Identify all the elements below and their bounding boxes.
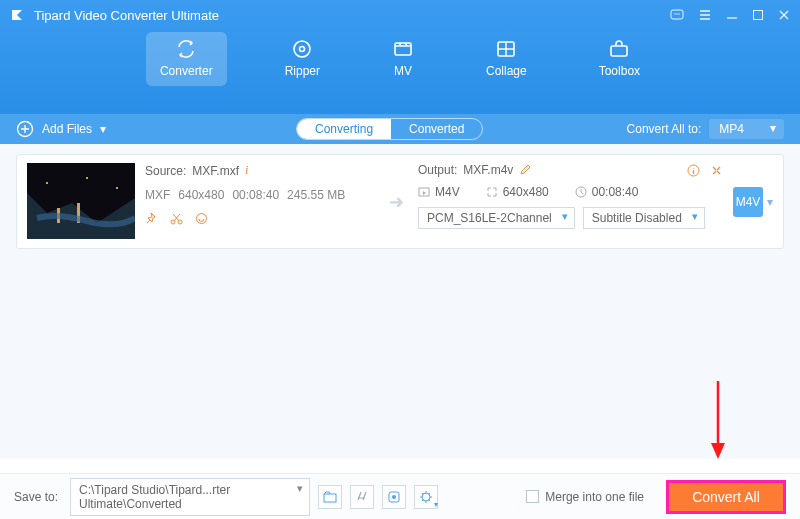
svg-point-20 bbox=[197, 214, 207, 224]
add-files-label: Add Files bbox=[42, 122, 92, 136]
app-logo-icon bbox=[10, 7, 26, 23]
tab-converter[interactable]: Converter bbox=[146, 32, 227, 86]
open-folder-button[interactable] bbox=[318, 485, 342, 509]
close-button[interactable] bbox=[778, 9, 790, 21]
tab-label: Ripper bbox=[285, 64, 320, 78]
compress-icon[interactable] bbox=[710, 164, 723, 177]
tab-label: Collage bbox=[486, 64, 527, 78]
svg-rect-4 bbox=[754, 11, 763, 20]
source-label: Source: bbox=[145, 164, 186, 178]
info-icon[interactable]: i bbox=[245, 163, 248, 178]
svg-point-14 bbox=[86, 177, 88, 179]
enhance-icon[interactable] bbox=[195, 212, 208, 225]
edit-icon[interactable] bbox=[519, 164, 531, 176]
arrow-icon: ➜ bbox=[389, 191, 404, 213]
svg-point-2 bbox=[676, 13, 677, 14]
convert-all-to-label: Convert All to: bbox=[627, 122, 702, 136]
svg-point-6 bbox=[300, 47, 305, 52]
tab-collage[interactable]: Collage bbox=[472, 32, 541, 86]
feedback-icon[interactable] bbox=[670, 8, 684, 22]
output-filename: MXF.m4v bbox=[463, 163, 513, 177]
converter-icon bbox=[175, 38, 197, 60]
source-meta: MXF640x48000:08:40245.55 MB bbox=[145, 188, 375, 202]
menu-icon[interactable] bbox=[698, 8, 712, 22]
pin-icon[interactable] bbox=[145, 212, 158, 225]
save-to-label: Save to: bbox=[14, 490, 58, 504]
add-files-button[interactable]: Add Files ▾ bbox=[16, 120, 106, 138]
hardware-accel-button[interactable] bbox=[382, 485, 406, 509]
svg-point-28 bbox=[392, 495, 396, 499]
plus-icon bbox=[16, 120, 34, 138]
svg-rect-9 bbox=[611, 46, 627, 56]
merge-checkbox[interactable]: Merge into one file bbox=[526, 490, 644, 504]
tab-toolbox[interactable]: Toolbox bbox=[585, 32, 654, 86]
source-filename: MXF.mxf bbox=[192, 164, 239, 178]
app-title: Tipard Video Converter Ultimate bbox=[34, 8, 219, 23]
seg-converted[interactable]: Converted bbox=[391, 119, 482, 139]
tab-ripper[interactable]: Ripper bbox=[271, 32, 334, 86]
svg-point-5 bbox=[294, 41, 310, 57]
maximize-button[interactable] bbox=[752, 9, 764, 21]
format-chevron-icon[interactable]: ▾ bbox=[767, 195, 773, 209]
out-format: M4V bbox=[418, 185, 460, 199]
tab-label: MV bbox=[394, 64, 412, 78]
info-output-icon[interactable] bbox=[687, 164, 700, 177]
tab-mv[interactable]: MV bbox=[378, 32, 428, 86]
subtitle-select[interactable]: Subtitle Disabled bbox=[583, 207, 705, 229]
toolbar: Add Files ▾ Converting Converted Convert… bbox=[0, 114, 800, 144]
out-duration: 00:08:40 bbox=[575, 185, 639, 199]
out-resolution: 640x480 bbox=[486, 185, 549, 199]
status-segmented: Converting Converted bbox=[296, 118, 483, 140]
chevron-down-icon: ▾ bbox=[100, 122, 106, 136]
video-thumbnail[interactable] bbox=[27, 163, 135, 239]
tab-label: Converter bbox=[160, 64, 213, 78]
save-path-dropdown[interactable]: C:\Tipard Studio\Tipard...rter Ultimate\… bbox=[70, 478, 310, 516]
minimize-button[interactable] bbox=[726, 9, 738, 21]
nav-tabs: Converter Ripper MV Collage Toolbox bbox=[0, 32, 800, 86]
collage-icon bbox=[495, 38, 517, 60]
svg-point-15 bbox=[116, 187, 118, 189]
file-list: Source: MXF.mxf i MXF640x48000:08:40245.… bbox=[0, 144, 800, 459]
svg-point-1 bbox=[674, 13, 675, 14]
ripper-icon bbox=[291, 38, 313, 60]
mv-icon bbox=[392, 38, 414, 60]
convert-all-button[interactable]: Convert All bbox=[666, 480, 786, 514]
merge-label: Merge into one file bbox=[545, 490, 644, 504]
cut-icon[interactable] bbox=[170, 212, 183, 225]
output-label: Output: bbox=[418, 163, 457, 177]
convert-all-format-dropdown[interactable]: MP4 bbox=[709, 119, 784, 139]
settings-button[interactable]: ▾ bbox=[414, 485, 438, 509]
audio-codec-select[interactable]: PCM_S16LE-2Channel bbox=[418, 207, 575, 229]
svg-rect-26 bbox=[324, 494, 336, 502]
svg-point-13 bbox=[46, 182, 48, 184]
toolbox-icon bbox=[608, 38, 630, 60]
titlebar: Tipard Video Converter Ultimate bbox=[0, 0, 800, 30]
file-row: Source: MXF.mxf i MXF640x48000:08:40245.… bbox=[16, 154, 784, 249]
tab-label: Toolbox bbox=[599, 64, 640, 78]
checkbox-box bbox=[526, 490, 539, 503]
svg-point-3 bbox=[678, 13, 679, 14]
seg-converting[interactable]: Converting bbox=[297, 119, 391, 139]
footer-bar: Save to: C:\Tipard Studio\Tipard...rter … bbox=[0, 473, 800, 519]
output-format-button[interactable]: M4V bbox=[733, 187, 763, 217]
snapshot-button[interactable] bbox=[350, 485, 374, 509]
svg-rect-7 bbox=[395, 43, 411, 55]
